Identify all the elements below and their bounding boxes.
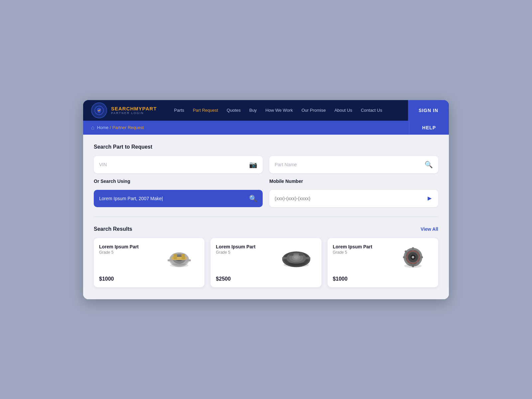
labels-row: Or Search Using Mobile Number	[94, 179, 438, 187]
logo-icon	[91, 102, 107, 118]
part-card-1: Lorem Ipsum Part Grade 5	[94, 238, 204, 287]
home-icon: ⌂	[91, 125, 94, 131]
camera-icon[interactable]: 📷	[249, 161, 257, 169]
mobile-label: Mobile Number	[269, 179, 438, 184]
help-section[interactable]: HELP	[409, 121, 449, 135]
svg-rect-18	[305, 257, 310, 259]
svg-rect-28	[419, 256, 423, 258]
card-grade-1: Grade 5	[99, 250, 139, 255]
svg-rect-29	[412, 247, 414, 251]
header: SEARCHMYPART PARTNER LOGIN Parts Part Re…	[83, 100, 449, 121]
card-title-3: Lorem Ipsum Part	[333, 244, 372, 249]
part-name-input-wrapper: 🔍	[269, 156, 438, 173]
card-grade-3: Grade 5	[333, 250, 372, 255]
card-top-3: Lorem Ipsum Part Grade 5	[333, 244, 433, 271]
mobile-label-wrapper: Mobile Number	[269, 179, 438, 187]
card-image-2	[276, 244, 316, 271]
search-section-title: Search Part to Request	[94, 144, 438, 150]
logo-section: SEARCHMYPART PARTNER LOGIN	[83, 100, 165, 121]
logo-search: SEARCH	[111, 106, 134, 111]
breadcrumb-home[interactable]: Home	[97, 125, 109, 130]
card-top-1: Lorem Ipsum Part Grade 5	[99, 244, 199, 271]
svg-rect-6	[174, 254, 177, 259]
card-info-1: Lorem Ipsum Part Grade 5	[99, 244, 139, 255]
view-all-button[interactable]: View All	[421, 226, 438, 232]
breadcrumb-bar: ⌂ Home/Partner Request HELP	[83, 121, 449, 135]
nav-buy[interactable]: Buy	[245, 101, 261, 119]
svg-point-34	[404, 264, 422, 268]
signin-section[interactable]: SIGN IN	[408, 100, 449, 121]
or-search-input[interactable]	[99, 196, 249, 201]
svg-rect-17	[282, 257, 288, 259]
svg-rect-8	[168, 259, 173, 261]
svg-rect-20	[299, 252, 303, 256]
part-card-3: Lorem Ipsum Part Grade 5	[328, 238, 438, 287]
browser-window: SEARCHMYPART PARTNER LOGIN Parts Part Re…	[83, 100, 449, 299]
results-header: Search Results View All	[94, 226, 438, 232]
or-search-icon[interactable]: 🔍	[249, 195, 257, 202]
send-icon[interactable]: ►	[426, 195, 433, 202]
compressor-svg	[161, 245, 198, 270]
card-grade-2: Grade 5	[216, 250, 255, 255]
or-search-input-wrapper: 🔍	[94, 190, 263, 207]
divider	[94, 216, 438, 217]
alternator-svg	[395, 245, 431, 270]
svg-rect-27	[403, 256, 407, 258]
nav-section: Parts Part Request Quotes Buy How We Wor…	[165, 100, 408, 121]
search-icon[interactable]: 🔍	[425, 161, 433, 169]
nav-contact-us[interactable]: Contact Us	[357, 101, 386, 119]
card-image-1	[159, 244, 199, 271]
logo-name: SEARCHMYPART	[111, 106, 157, 111]
signin-button[interactable]: SIGN IN	[419, 108, 438, 113]
breadcrumb-current: Partner Request	[112, 125, 144, 130]
nav-quotes[interactable]: Quotes	[223, 101, 245, 119]
nav-how-we-work[interactable]: How We Work	[261, 101, 297, 119]
svg-rect-7	[182, 254, 185, 259]
help-button[interactable]: HELP	[422, 125, 436, 130]
or-search-label-wrapper: Or Search Using	[94, 179, 263, 187]
or-search-label: Or Search Using	[94, 179, 263, 184]
nav-about-us[interactable]: About Us	[331, 101, 356, 119]
svg-rect-19	[289, 252, 294, 256]
card-info-3: Lorem Ipsum Part Grade 5	[333, 244, 372, 255]
search-top-row: 📷 🔍	[94, 156, 438, 173]
card-info-2: Lorem Ipsum Part Grade 5	[216, 244, 255, 255]
part-name-input[interactable]	[275, 162, 425, 167]
logo-text: SEARCHMYPART PARTNER LOGIN	[111, 106, 157, 115]
vin-input-wrapper: 📷	[94, 156, 263, 173]
mobile-input[interactable]	[275, 196, 426, 201]
svg-point-16	[294, 256, 299, 259]
search-bottom-row: 🔍 ►	[94, 190, 438, 207]
nav-parts[interactable]: Parts	[170, 101, 188, 119]
svg-rect-9	[186, 259, 191, 261]
breadcrumb-content: ⌂ Home/Partner Request	[83, 121, 409, 135]
card-top-2: Lorem Ipsum Part Grade 5	[216, 244, 316, 271]
card-title-1: Lorem Ipsum Part	[99, 244, 139, 249]
card-title-2: Lorem Ipsum Part	[216, 244, 255, 249]
card-price-1: $1000	[99, 276, 199, 282]
svg-point-26	[412, 256, 414, 259]
mobile-input-wrapper: ►	[269, 190, 438, 207]
card-price-2: $2500	[216, 276, 316, 282]
part-card-2: Lorem Ipsum Part Grade 5	[210, 238, 321, 287]
card-image-3	[393, 244, 433, 271]
breadcrumb: Home/Partner Request	[97, 125, 144, 130]
svg-point-21	[284, 263, 309, 267]
nav-part-request[interactable]: Part Request	[189, 101, 222, 119]
main-content: Search Part to Request 📷 🔍 Or Search Usi…	[83, 135, 449, 299]
cards-row: Lorem Ipsum Part Grade 5	[94, 238, 438, 287]
svg-point-10	[170, 263, 189, 267]
results-title: Search Results	[94, 226, 132, 232]
nav-our-promise[interactable]: Our Promise	[298, 101, 330, 119]
transmission-svg	[278, 245, 315, 270]
card-price-3: $1000	[333, 276, 433, 282]
logo-sub: PARTNER LOGIN	[111, 111, 157, 115]
vin-input[interactable]	[99, 162, 249, 167]
